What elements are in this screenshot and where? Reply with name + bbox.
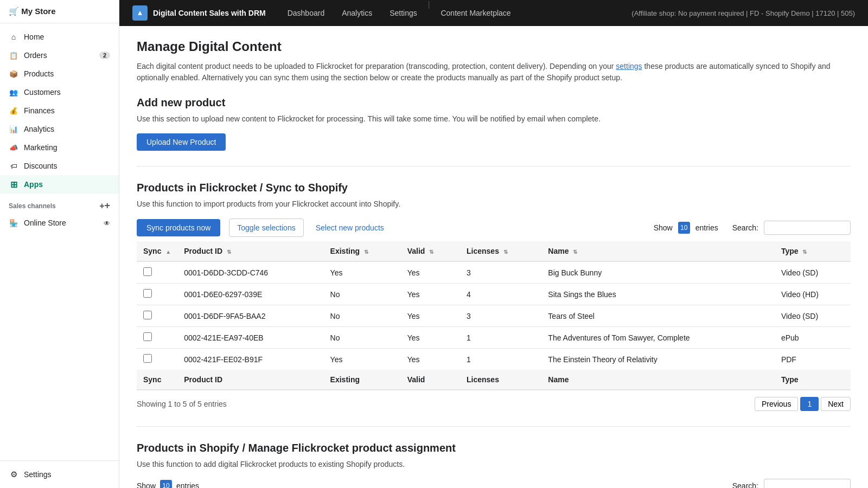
toggle-selections-button[interactable]: Toggle selections — [229, 219, 303, 237]
sidebar-item-customers[interactable]: Customers — [0, 83, 119, 101]
marketing-icon — [9, 143, 18, 152]
sync-checkbox-1[interactable] — [143, 289, 152, 298]
licenses-cell-4: 1 — [460, 349, 541, 370]
name-cell-4: The Einstein Theory of Relativity — [541, 349, 775, 370]
sidebar-item-settings[interactable]: Settings — [0, 465, 119, 484]
pagination-buttons: Previous 1 Next — [755, 397, 851, 411]
app-brand-icon — [132, 5, 148, 21]
licenses-footer-col: Licenses — [460, 370, 541, 390]
existing-cell-2: No — [324, 305, 401, 327]
sync-products-table: Sync ▲ Product ID ⇅ Existing ⇅ Valid — [137, 241, 851, 390]
sidebar-logo: 🛒 My Store — [0, 0, 119, 23]
sync-checkbox-cell-3[interactable] — [137, 327, 177, 349]
topbar-nav-settings[interactable]: Settings — [381, 0, 426, 26]
existing-cell-1: No — [324, 284, 401, 305]
valid-cell-0: Yes — [401, 261, 460, 284]
section-divider-2 — [137, 426, 851, 427]
sync-products-now-button[interactable]: Sync products now — [137, 219, 220, 236]
manage-entries-label: entries — [176, 481, 199, 488]
upload-new-product-button[interactable]: Upload New Product — [137, 133, 226, 151]
show-entries-value[interactable]: 10 — [678, 222, 690, 234]
type-cell-0: Video (SD) — [775, 261, 851, 284]
name-col-header[interactable]: Name ⇅ — [541, 241, 775, 261]
sidebar-item-home[interactable]: Home — [0, 28, 119, 46]
pagination-info: Showing 1 to 5 of 5 entries — [137, 400, 227, 408]
licenses-col-header[interactable]: Licenses ⇅ — [460, 241, 541, 261]
sync-checkbox-0[interactable] — [143, 267, 152, 276]
sidebar-item-finances[interactable]: Finances — [0, 101, 119, 120]
sync-checkbox-cell-0[interactable] — [137, 261, 177, 284]
page-title: Manage Digital Content — [137, 39, 851, 54]
name-cell-0: Big Buck Bunny — [541, 261, 775, 284]
sync-sort-icon: ▲ — [165, 249, 171, 255]
sync-col-header[interactable]: Sync ▲ — [137, 241, 177, 261]
home-icon — [9, 32, 18, 42]
licenses-cell-2: 3 — [460, 305, 541, 327]
manage-show-value[interactable]: 10 — [160, 480, 172, 488]
app-brand: Digital Content Sales with DRM — [132, 5, 266, 21]
online-store-icon — [9, 218, 18, 228]
product-id-col-header[interactable]: Product ID ⇅ — [177, 241, 323, 261]
product-id-cell-0: 0001-D6DD-3CDD-C746 — [177, 261, 323, 284]
sync-checkbox-cell-2[interactable] — [137, 305, 177, 327]
topbar-nav-content-marketplace[interactable]: Content Marketplace — [432, 0, 519, 26]
sidebar-item-products[interactable]: Products — [0, 65, 119, 83]
sync-section-title: Products in Flickrocket / Sync to Shopif… — [137, 182, 851, 194]
search-input-sync[interactable] — [764, 221, 851, 235]
sync-checkbox-cell-1[interactable] — [137, 284, 177, 305]
page-desc: Each digital content product needs to be… — [137, 61, 851, 84]
existing-col-header[interactable]: Existing ⇅ — [324, 241, 401, 261]
manage-table-controls: Show 10 entries Search: — [137, 479, 851, 488]
add-sales-channel-icon[interactable]: + — [99, 200, 110, 211]
valid-col-header[interactable]: Valid ⇅ — [401, 241, 460, 261]
sidebar: 🛒 My Store Home Orders 2 Products Custom… — [0, 0, 119, 488]
valid-cell-4: Yes — [401, 349, 460, 370]
sync-footer-col: Sync — [137, 370, 177, 390]
product-id-cell-4: 0002-421F-EE02-B91F — [177, 349, 323, 370]
search-input-manage[interactable] — [764, 479, 851, 488]
sidebar-item-online-store[interactable]: Online Store — [0, 214, 119, 232]
app-topbar-affiliate: (Affiliate shop: No payment required | F… — [631, 9, 855, 17]
sync-checkbox-cell-4[interactable] — [137, 349, 177, 370]
valid-sort-icon: ⇅ — [429, 249, 433, 255]
topbar-nav-dashboard[interactable]: Dashboard — [279, 0, 334, 26]
next-button[interactable]: Next — [821, 397, 851, 411]
sync-checkbox-2[interactable] — [143, 311, 152, 319]
sync-checkbox-3[interactable] — [143, 332, 152, 341]
sidebar-item-orders[interactable]: Orders 2 — [0, 46, 119, 65]
prev-button[interactable]: Previous — [755, 397, 798, 411]
select-new-products-link[interactable]: Select new products — [308, 219, 392, 236]
add-product-desc: Use this section to upload new content t… — [137, 113, 851, 125]
sync-section-desc: Use this function to import products fro… — [137, 198, 851, 210]
product-id-footer-col: Product ID — [177, 370, 323, 390]
sidebar-item-marketing[interactable]: Marketing — [0, 138, 119, 157]
page-1-button[interactable]: 1 — [800, 397, 819, 411]
name-footer-col: Name — [541, 370, 775, 390]
type-cell-2: Video (SD) — [775, 305, 851, 327]
settings-icon — [9, 470, 18, 479]
manage-table-right-controls: Search: — [732, 479, 851, 488]
finances-icon — [9, 106, 18, 115]
sync-table-header-row: Sync ▲ Product ID ⇅ Existing ⇅ Valid — [137, 241, 851, 261]
existing-sort-icon: ⇅ — [364, 249, 368, 255]
type-footer-col: Type — [775, 370, 851, 390]
sync-checkbox-4[interactable] — [143, 354, 152, 363]
table-row: 0001-D6DD-3CDD-C746 Yes Yes 3 Big Buck B… — [137, 261, 851, 284]
sync-table-wrapper: Sync ▲ Product ID ⇅ Existing ⇅ Valid — [137, 241, 851, 390]
sync-table-right-controls: Show 10 entries Search: — [654, 221, 851, 235]
online-store-eye-icon[interactable] — [104, 219, 110, 227]
sidebar-item-apps[interactable]: Apps — [0, 175, 119, 194]
sync-table-left-controls: Sync products now Toggle selections Sele… — [137, 219, 392, 237]
sidebar-item-discounts[interactable]: Discounts — [0, 157, 119, 175]
table-row: 0001-D6E0-6297-039E No Yes 4 Sita Sings … — [137, 284, 851, 305]
settings-link[interactable]: settings — [616, 62, 642, 70]
type-col-header[interactable]: Type ⇅ — [775, 241, 851, 261]
topbar-nav-analytics[interactable]: Analytics — [333, 0, 381, 26]
sidebar-nav: Home Orders 2 Products Customers Finance… — [0, 23, 119, 460]
table-row: 0002-421F-EE02-B91F Yes Yes 1 The Einste… — [137, 349, 851, 370]
app-topbar: Digital Content Sales with DRM Dashboard… — [119, 0, 868, 26]
page-content: Manage Digital Content Each digital cont… — [119, 26, 868, 488]
name-cell-2: Tears of Steel — [541, 305, 775, 327]
sidebar-item-analytics[interactable]: Analytics — [0, 120, 119, 138]
existing-footer-col: Existing — [324, 370, 401, 390]
